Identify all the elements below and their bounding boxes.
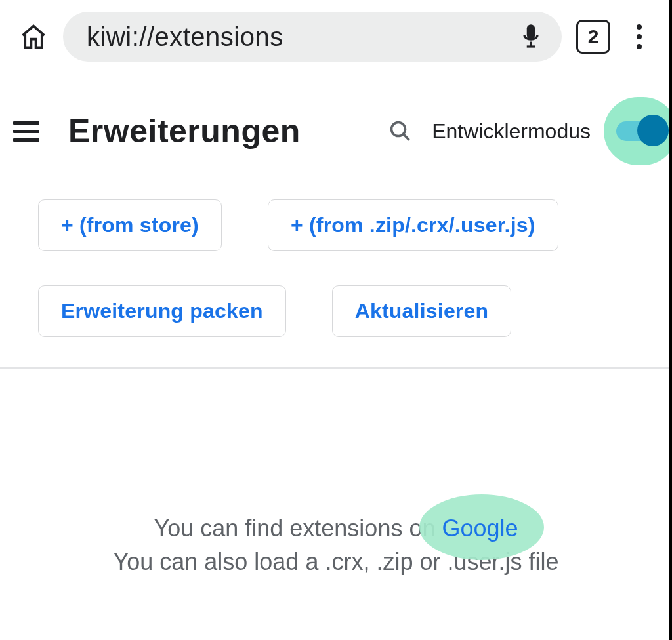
screen-edge: [669, 0, 672, 640]
tab-count: 2: [588, 26, 599, 48]
extensions-header: Erweiterungen Entwicklermodus: [0, 71, 672, 184]
info-text-prefix: You can find extensions on: [154, 515, 442, 542]
info-line-2: You can also load a .crx, .zip or .user.…: [0, 545, 672, 578]
url-text: kiwi://extensions: [87, 22, 508, 52]
voice-search-button[interactable]: [518, 21, 543, 52]
dot-icon: [637, 34, 642, 39]
search-icon: [388, 119, 412, 143]
svg-line-4: [404, 134, 410, 140]
empty-state-info: You can find extensions on Google You ca…: [0, 369, 672, 578]
home-button[interactable]: [18, 22, 49, 52]
action-buttons-area: + (from store) + (from .zip/.crx/.user.j…: [0, 184, 672, 367]
overflow-menu-button[interactable]: [625, 20, 654, 54]
pack-extension-button[interactable]: Erweiterung packen: [38, 285, 286, 337]
info-line-1: You can find extensions on Google: [0, 511, 672, 545]
dot-icon: [637, 44, 642, 49]
add-from-store-button[interactable]: + (from store): [38, 199, 222, 251]
svg-rect-0: [527, 24, 536, 39]
menu-button[interactable]: [0, 121, 52, 142]
update-button[interactable]: Aktualisieren: [332, 285, 512, 337]
home-icon: [19, 22, 48, 51]
tabs-button[interactable]: 2: [576, 20, 610, 54]
link-text: Google: [442, 515, 518, 542]
developer-mode-toggle[interactable]: [609, 98, 672, 164]
browser-toolbar: kiwi://extensions 2: [0, 0, 672, 71]
svg-point-3: [392, 123, 406, 136]
microphone-icon: [521, 23, 541, 50]
toggle-track: [616, 121, 665, 141]
page-title: Erweiterungen: [68, 112, 301, 150]
add-from-file-button[interactable]: + (from .zip/.crx/.user.js): [268, 199, 558, 251]
address-bar[interactable]: kiwi://extensions: [63, 12, 562, 62]
button-row: Erweiterung packen Aktualisieren: [38, 285, 634, 337]
developer-mode-label: Entwicklermodus: [432, 119, 591, 144]
button-row: + (from store) + (from .zip/.crx/.user.j…: [38, 199, 634, 251]
dot-icon: [637, 24, 642, 30]
search-button[interactable]: [387, 118, 413, 144]
header-actions: Entwicklermodus: [316, 98, 672, 164]
google-link[interactable]: Google: [442, 511, 518, 545]
hamburger-icon: [13, 121, 39, 142]
toggle-thumb: [637, 115, 669, 146]
